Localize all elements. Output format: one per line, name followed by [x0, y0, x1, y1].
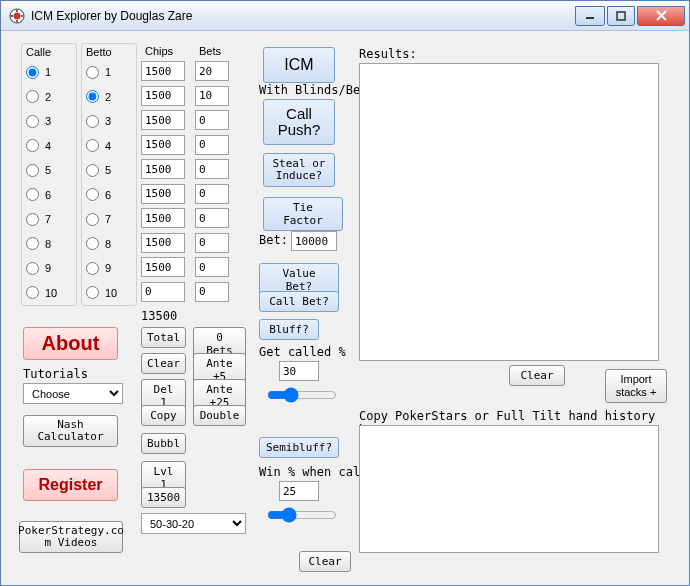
svg-point-1 — [14, 12, 21, 19]
bettor-group: Betto 12345678910 — [81, 43, 137, 306]
steal-or-induce-button[interactable]: Steal or Induce? — [263, 153, 335, 187]
icm-button[interactable]: ICM — [263, 47, 335, 83]
bettor-radio-1[interactable]: 1 — [82, 60, 136, 85]
caller-radio-4[interactable]: 4 — [22, 134, 76, 159]
chips-input-10[interactable] — [141, 282, 185, 302]
payout-select[interactable]: 50-30-20 — [141, 513, 246, 534]
tutorials-label: Tutorials — [23, 367, 88, 381]
bettor-header: Betto — [82, 44, 136, 60]
chips-input-5[interactable] — [141, 159, 185, 179]
clear-calc-button[interactable]: Clear — [299, 551, 351, 572]
get-called-label: Get called % — [259, 345, 346, 359]
caller-group: Calle 12345678910 — [21, 43, 77, 306]
caller-radio-10[interactable]: 10 — [22, 281, 76, 306]
results-textarea[interactable] — [359, 63, 659, 361]
bettor-radio-9[interactable]: 9 — [82, 256, 136, 281]
clear-stacks-button[interactable]: Clear — [141, 353, 186, 374]
chips-input-2[interactable] — [141, 86, 185, 106]
chips-input-3[interactable] — [141, 110, 185, 130]
caller-radio-7[interactable]: 7 — [22, 207, 76, 232]
bettor-radio-4[interactable]: 4 — [82, 134, 136, 159]
chips-input-8[interactable] — [141, 233, 185, 253]
maximize-button[interactable] — [607, 6, 635, 26]
bets-input-1[interactable] — [195, 61, 229, 81]
svg-point-5 — [21, 15, 23, 17]
minimize-button[interactable] — [575, 6, 605, 26]
bets-input-6[interactable] — [195, 184, 229, 204]
caller-header: Calle — [22, 44, 76, 60]
svg-point-3 — [16, 20, 18, 22]
tutorials-select[interactable]: Choose — [23, 383, 123, 404]
total-button[interactable]: Total — [141, 327, 186, 348]
win-pct-slider[interactable] — [267, 507, 337, 523]
svg-point-4 — [11, 15, 13, 17]
bettor-radio-10[interactable]: 10 — [82, 281, 136, 306]
get-called-slider[interactable] — [267, 387, 337, 403]
bets-input-7[interactable] — [195, 208, 229, 228]
bets-input-4[interactable] — [195, 135, 229, 155]
caller-radio-5[interactable]: 5 — [22, 158, 76, 183]
bets-input-8[interactable] — [195, 233, 229, 253]
svg-rect-7 — [617, 12, 625, 20]
hand-history-textarea[interactable] — [359, 425, 659, 553]
bets-input-5[interactable] — [195, 159, 229, 179]
chips-header: Chips — [141, 43, 189, 59]
bluff-button[interactable]: Bluff? — [259, 319, 319, 340]
bets-input-9[interactable] — [195, 257, 229, 277]
bettor-radio-3[interactable]: 3 — [82, 109, 136, 134]
caller-radio-3[interactable]: 3 — [22, 109, 76, 134]
chips-input-9[interactable] — [141, 257, 185, 277]
call-push-button[interactable]: Call Push? — [263, 99, 335, 145]
bets-input-2[interactable] — [195, 86, 229, 106]
import-stacks-button[interactable]: Import stacks + — [605, 369, 667, 403]
bet-input[interactable] — [291, 231, 337, 251]
results-label: Results: — [359, 47, 417, 61]
bettor-radio-8[interactable]: 8 — [82, 232, 136, 257]
close-button[interactable] — [637, 6, 685, 26]
app-icon — [9, 8, 25, 24]
caller-radio-6[interactable]: 6 — [22, 183, 76, 208]
get-called-input[interactable] — [279, 361, 319, 381]
caller-radio-8[interactable]: 8 — [22, 232, 76, 257]
copy-button[interactable]: Copy — [141, 405, 186, 426]
register-button[interactable]: Register — [23, 469, 118, 501]
bettor-radio-5[interactable]: 5 — [82, 158, 136, 183]
win-pct-input[interactable] — [279, 481, 319, 501]
chips-input-4[interactable] — [141, 135, 185, 155]
chips-input-1[interactable] — [141, 61, 185, 81]
stack-total-button[interactable]: 13500 — [141, 487, 186, 508]
window-title: ICM Explorer by Douglas Zare — [31, 9, 573, 23]
call-bet-button[interactable]: Call Bet? — [259, 291, 339, 312]
bet-label: Bet: — [259, 233, 288, 247]
titlebar: ICM Explorer by Douglas Zare — [1, 1, 689, 31]
double-button[interactable]: Double — [193, 405, 246, 426]
svg-point-2 — [16, 10, 18, 12]
nash-calculator-button[interactable]: Nash Calculator — [23, 415, 118, 447]
pokerstrategy-videos-button[interactable]: PokerStrategy.co m Videos — [19, 521, 123, 553]
clear-results-button[interactable]: Clear — [509, 365, 565, 386]
caller-radio-2[interactable]: 2 — [22, 85, 76, 110]
bettor-radio-6[interactable]: 6 — [82, 183, 136, 208]
bubble-button[interactable]: Bubbl — [141, 433, 186, 454]
total-chips-value: 13500 — [141, 309, 177, 323]
caller-radio-1[interactable]: 1 — [22, 60, 76, 85]
bettor-radio-7[interactable]: 7 — [82, 207, 136, 232]
caller-radio-9[interactable]: 9 — [22, 256, 76, 281]
bets-input-3[interactable] — [195, 110, 229, 130]
about-button[interactable]: About — [23, 327, 118, 360]
bets-input-10[interactable] — [195, 282, 229, 302]
chips-input-6[interactable] — [141, 184, 185, 204]
bets-header: Bets — [195, 43, 243, 59]
bettor-radio-2[interactable]: 2 — [82, 85, 136, 110]
semibluff-button[interactable]: Semibluff? — [259, 437, 339, 458]
tie-factor-button[interactable]: Tie Factor — [263, 197, 343, 231]
chips-input-7[interactable] — [141, 208, 185, 228]
